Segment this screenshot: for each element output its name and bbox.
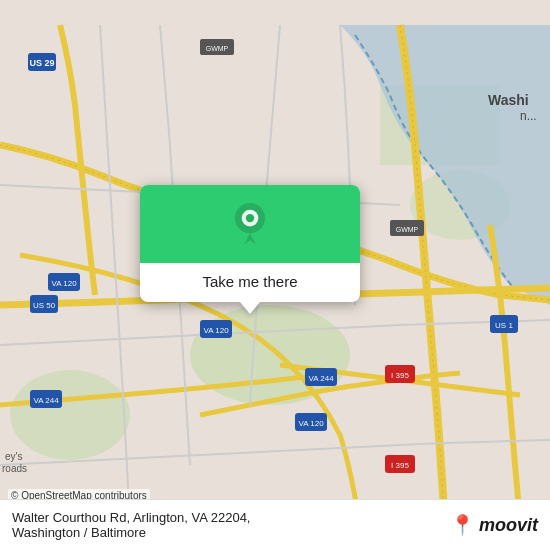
- map-container: US 29 GWMP GWMP VA 120 VA 120 VA 120 US …: [0, 0, 550, 550]
- svg-text:GWMP: GWMP: [206, 45, 229, 52]
- svg-text:VA 120: VA 120: [51, 279, 77, 288]
- callout-popup[interactable]: Take me there: [140, 185, 360, 302]
- location-pin-icon: [229, 203, 271, 245]
- svg-text:US 50: US 50: [33, 301, 56, 310]
- svg-text:VA 120: VA 120: [298, 419, 324, 428]
- svg-text:I 395: I 395: [391, 371, 409, 380]
- callout-marker: [140, 185, 360, 263]
- address-line1: Walter Courthou Rd, Arlington, VA 22204,: [12, 510, 250, 525]
- svg-point-2: [10, 370, 130, 460]
- address-line2: Washington / Baltimore: [12, 525, 146, 540]
- svg-text:I 395: I 395: [391, 461, 409, 470]
- address-text: Walter Courthou Rd, Arlington, VA 22204,…: [12, 510, 450, 540]
- svg-text:ey's: ey's: [5, 451, 22, 462]
- svg-text:n...: n...: [520, 109, 537, 123]
- moovit-pin-icon: 📍: [450, 513, 475, 537]
- svg-text:roads: roads: [2, 463, 27, 474]
- info-bar: Walter Courthou Rd, Arlington, VA 22204,…: [0, 499, 550, 550]
- svg-text:GWMP: GWMP: [396, 226, 419, 233]
- svg-text:US 1: US 1: [495, 321, 513, 330]
- svg-text:VA 244: VA 244: [308, 374, 334, 383]
- svg-text:VA 244: VA 244: [33, 396, 59, 405]
- svg-text:US 29: US 29: [29, 58, 54, 68]
- moovit-logo-text: moovit: [479, 515, 538, 536]
- svg-text:VA 120: VA 120: [203, 326, 229, 335]
- svg-text:Washi: Washi: [488, 92, 529, 108]
- moovit-logo: 📍 moovit: [450, 513, 538, 537]
- callout-label: Take me there: [186, 263, 313, 302]
- svg-point-35: [246, 214, 254, 222]
